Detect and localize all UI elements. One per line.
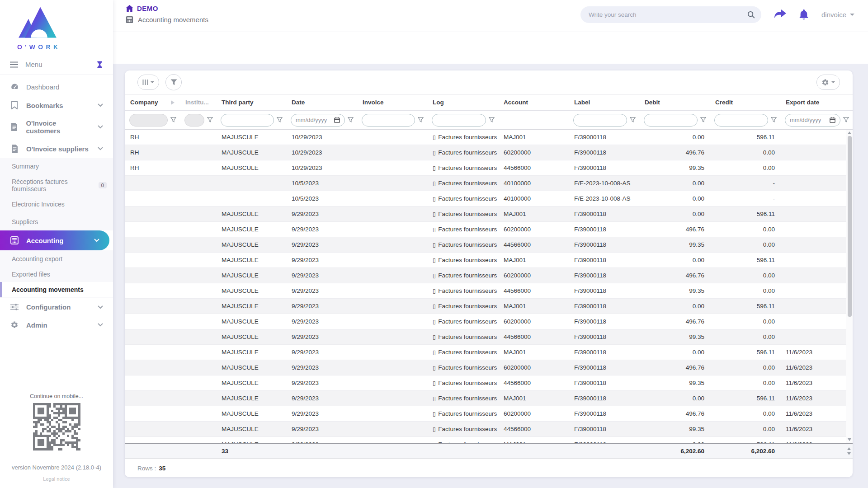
cell-account: MAJ001 xyxy=(498,257,569,263)
calendar-icon[interactable] xyxy=(830,117,835,123)
filter-funnel-icon[interactable] xyxy=(418,117,424,123)
sidebar-item-bookmarks[interactable]: Bookmarks xyxy=(0,96,113,114)
filter-funnel-icon[interactable] xyxy=(489,117,495,123)
table-row[interactable]: MAJUSCULE9/29/2023▯ Factures fournisseur… xyxy=(125,206,846,222)
table-row[interactable]: MAJUSCULE9/29/2023▯ Factures fournisseur… xyxy=(125,360,846,375)
search-bar xyxy=(580,6,761,23)
filter-input-third-party[interactable] xyxy=(221,114,274,127)
cell-log: ▯ Factures fournisseurs xyxy=(427,410,498,417)
filter-funnel-icon[interactable] xyxy=(207,117,213,123)
columns-button[interactable] xyxy=(137,75,159,90)
cell-label: F/39000118 xyxy=(569,333,639,340)
sidebar-subitem-exported-files[interactable]: Exported files xyxy=(0,267,113,282)
cell-date: 10/29/2023 xyxy=(286,134,357,141)
cell-log: ▯ Factures fournisseurs xyxy=(427,333,498,340)
notifications-bell-icon[interactable] xyxy=(799,9,809,20)
scroll-up-arrow-icon[interactable] xyxy=(847,447,851,450)
vertical-scrollbar[interactable] xyxy=(846,130,853,443)
grid-settings-gear-button[interactable] xyxy=(816,75,840,90)
sidebar-divider xyxy=(0,75,113,75)
scroll-down-arrow-icon[interactable] xyxy=(847,452,851,455)
table-row[interactable]: 10/5/2023▯ Factures fournisseurs40100000… xyxy=(125,191,846,206)
table-row[interactable]: MAJUSCULE9/29/2023▯ Factures fournisseur… xyxy=(125,406,846,422)
cell-date: 9/29/2023 xyxy=(286,226,357,233)
sidebar-item-configuration[interactable]: Configuration xyxy=(0,298,113,316)
table-row[interactable]: MAJUSCULE9/29/2023▯ Factures fournisseur… xyxy=(125,222,846,237)
share-icon[interactable] xyxy=(774,9,786,19)
column-header-date[interactable]: Date xyxy=(286,99,357,106)
column-header-account[interactable]: Account xyxy=(498,99,569,106)
search-input[interactable] xyxy=(589,11,747,18)
filter-funnel-icon[interactable] xyxy=(348,117,354,123)
table-row[interactable]: RHMAJUSCULE10/29/2023▯ Factures fourniss… xyxy=(125,130,846,145)
sidebar-subitem-accounting-export[interactable]: Accounting export xyxy=(0,251,113,267)
column-header-third-party[interactable]: Third party xyxy=(216,99,286,106)
sidebar-subitem-suppliers[interactable]: Suppliers xyxy=(0,214,113,230)
column-header-log[interactable]: Log xyxy=(427,99,498,106)
table-row[interactable]: MAJUSCULE9/29/2023▯ Factures fournisseur… xyxy=(125,268,846,283)
sidebar-subitem-summary[interactable]: Summary xyxy=(0,159,113,174)
breadcrumb-primary[interactable]: DEMO xyxy=(137,5,158,12)
table-row[interactable]: MAJUSCULE9/29/2023▯ Factures fournisseur… xyxy=(125,283,846,299)
search-icon[interactable] xyxy=(747,11,755,19)
home-icon[interactable] xyxy=(126,5,133,12)
column-header-debit[interactable]: Debit xyxy=(639,99,710,106)
scroll-up-arrow-icon[interactable] xyxy=(848,131,851,134)
column-header-credit[interactable]: Credit xyxy=(710,99,780,106)
column-header-company[interactable]: Company xyxy=(125,99,180,106)
table-row[interactable]: MAJUSCULE9/29/2023▯ Factures fournisseur… xyxy=(125,345,846,360)
filter-funnel-icon[interactable] xyxy=(170,117,176,123)
cell-log: ▯ Factures fournisseurs xyxy=(427,257,498,263)
column-header-export-date[interactable]: Export date xyxy=(780,99,853,106)
sidebar-item-o-invoice-customers[interactable]: O'Invoice customers xyxy=(0,114,113,140)
filter-funnel-icon[interactable] xyxy=(771,117,777,123)
table-row[interactable]: MAJUSCULE9/29/2023▯ Factures fournisseur… xyxy=(125,437,846,443)
filter-funnel-icon[interactable] xyxy=(843,117,849,123)
table-row[interactable]: RHMAJUSCULE10/29/2023▯ Factures fourniss… xyxy=(125,145,846,160)
sidebar-subitem-r-ceptions-factures-fournisseurs[interactable]: Réceptions factures fournisseurs0 xyxy=(0,174,113,197)
sidebar-menu-toggle[interactable]: Menu xyxy=(0,53,113,75)
sidebar-item-accounting[interactable]: Accounting xyxy=(0,230,109,250)
filter-funnel-icon[interactable] xyxy=(700,117,706,123)
summary-scroll-arrows[interactable] xyxy=(846,444,852,459)
table-row[interactable]: RHMAJUSCULE10/29/2023▯ Factures fourniss… xyxy=(125,160,846,176)
cell-log: ▯ Factures fournisseurs xyxy=(427,364,498,371)
sidebar: O'WORK Menu DashboardBookmarksO'Invoice … xyxy=(0,0,113,488)
sidebar-subitem-accounting-movements[interactable]: Accounting movements xyxy=(0,282,113,297)
sidebar-item-dashboard[interactable]: Dashboard xyxy=(0,78,113,96)
table-row[interactable]: MAJUSCULE9/29/2023▯ Factures fournisseur… xyxy=(125,237,846,253)
filter-input-label[interactable] xyxy=(573,114,627,127)
filter-input-invoice[interactable] xyxy=(362,114,415,127)
table-row[interactable]: MAJUSCULE9/29/2023▯ Factures fournisseur… xyxy=(125,329,846,345)
table-row[interactable]: MAJUSCULE9/29/2023▯ Factures fournisseur… xyxy=(125,375,846,391)
version-text: version Novembre 2024 (2.18.0-4) xyxy=(0,464,113,471)
column-header-institution[interactable]: Institu... xyxy=(180,99,216,106)
table-row[interactable]: MAJUSCULE9/29/2023▯ Factures fournisseur… xyxy=(125,253,846,268)
filter-input-credit[interactable] xyxy=(714,114,768,127)
scroll-down-arrow-icon[interactable] xyxy=(848,438,851,441)
filter-funnel-icon[interactable] xyxy=(630,117,636,123)
column-header-label[interactable]: Label xyxy=(569,99,639,106)
filter-date-input-date[interactable]: mm/dd/yyyy xyxy=(291,114,345,127)
calendar-icon[interactable] xyxy=(334,117,340,123)
table-row[interactable]: MAJUSCULE9/29/2023▯ Factures fournisseur… xyxy=(125,422,846,437)
sidebar-item-admin[interactable]: Admin xyxy=(0,316,113,334)
hamburger-icon[interactable] xyxy=(10,61,18,68)
filter-button[interactable] xyxy=(165,74,182,90)
table-row[interactable]: 10/5/2023▯ Factures fournisseurs40100000… xyxy=(125,176,846,191)
filter-date-input-export-date[interactable]: mm/dd/yyyy xyxy=(785,114,840,127)
user-menu[interactable]: dinvoice xyxy=(821,11,854,19)
sidebar-item-o-invoice-suppliers[interactable]: O'Invoice suppliers xyxy=(0,140,113,158)
table-row[interactable]: MAJUSCULE9/29/2023▯ Factures fournisseur… xyxy=(125,391,846,406)
triangle-right-icon[interactable] xyxy=(171,100,175,105)
filter-input-log[interactable] xyxy=(432,114,486,127)
pin-sidebar-icon[interactable] xyxy=(96,61,103,68)
table-row[interactable]: MAJUSCULE9/29/2023▯ Factures fournisseur… xyxy=(125,299,846,314)
filter-funnel-icon[interactable] xyxy=(277,117,283,123)
filter-input-debit[interactable] xyxy=(644,114,698,127)
sidebar-subitem-electronic-invoices[interactable]: Electronic Invoices xyxy=(0,197,113,212)
scrollbar-thumb[interactable] xyxy=(848,136,852,317)
table-row[interactable]: MAJUSCULE9/29/2023▯ Factures fournisseur… xyxy=(125,314,846,329)
legal-notice-link[interactable]: Legal notice xyxy=(0,476,113,482)
column-header-invoice[interactable]: Invoice xyxy=(357,99,427,106)
